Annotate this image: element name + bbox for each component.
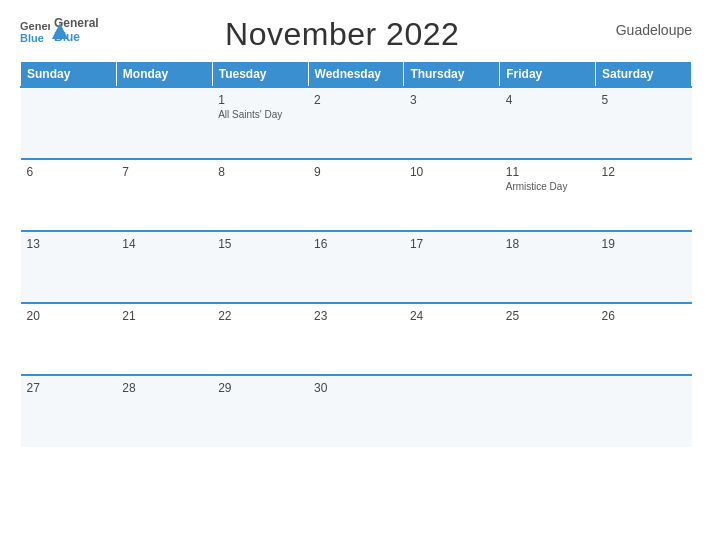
- day-number: 19: [602, 237, 686, 251]
- calendar-table: Sunday Monday Tuesday Wednesday Thursday…: [20, 61, 692, 447]
- calendar-cell: 18: [500, 231, 596, 303]
- calendar-cell: 5: [596, 87, 692, 159]
- calendar-cell: 25: [500, 303, 596, 375]
- day-number: 16: [314, 237, 398, 251]
- day-number: 7: [122, 165, 206, 179]
- calendar-cell: 12: [596, 159, 692, 231]
- day-number: 23: [314, 309, 398, 323]
- calendar-cell: 27: [21, 375, 117, 447]
- day-number: 21: [122, 309, 206, 323]
- calendar-cell: 21: [116, 303, 212, 375]
- day-number: 12: [602, 165, 686, 179]
- calendar-body: 1All Saints' Day234567891011Armistice Da…: [21, 87, 692, 447]
- calendar-cell: 9: [308, 159, 404, 231]
- calendar-cell: 6: [21, 159, 117, 231]
- col-saturday: Saturday: [596, 62, 692, 88]
- day-number: 15: [218, 237, 302, 251]
- calendar-cell: 28: [116, 375, 212, 447]
- col-thursday: Thursday: [404, 62, 500, 88]
- logo-triangle-icon: [51, 22, 69, 40]
- day-number: 1: [218, 93, 302, 107]
- calendar-cell: 7: [116, 159, 212, 231]
- calendar-page: General Blue General Blue November 2022 …: [0, 0, 712, 550]
- day-number: 10: [410, 165, 494, 179]
- day-number: 4: [506, 93, 590, 107]
- calendar-cell: 30: [308, 375, 404, 447]
- title-section: November 2022: [69, 16, 616, 53]
- calendar-cell: [21, 87, 117, 159]
- day-number: 2: [314, 93, 398, 107]
- svg-text:General: General: [20, 20, 50, 32]
- calendar-cell: 20: [21, 303, 117, 375]
- day-number: 3: [410, 93, 494, 107]
- calendar-cell: 4: [500, 87, 596, 159]
- calendar-cell: [596, 375, 692, 447]
- calendar-cell: 17: [404, 231, 500, 303]
- calendar-cell: [500, 375, 596, 447]
- calendar-cell: 29: [212, 375, 308, 447]
- calendar-header: Sunday Monday Tuesday Wednesday Thursday…: [21, 62, 692, 88]
- day-number: 20: [27, 309, 111, 323]
- day-number: 27: [27, 381, 111, 395]
- day-number: 30: [314, 381, 398, 395]
- day-number: 6: [27, 165, 111, 179]
- calendar-cell: 16: [308, 231, 404, 303]
- calendar-week-row: 1All Saints' Day2345: [21, 87, 692, 159]
- day-number: 14: [122, 237, 206, 251]
- calendar-cell: 2: [308, 87, 404, 159]
- calendar-cell: 14: [116, 231, 212, 303]
- calendar-cell: [116, 87, 212, 159]
- header: General Blue General Blue November 2022 …: [20, 16, 692, 53]
- day-number: 29: [218, 381, 302, 395]
- day-number: 24: [410, 309, 494, 323]
- day-number: 18: [506, 237, 590, 251]
- calendar-cell: 19: [596, 231, 692, 303]
- country-label: Guadeloupe: [616, 16, 692, 38]
- day-number: 28: [122, 381, 206, 395]
- calendar-week-row: 67891011Armistice Day12: [21, 159, 692, 231]
- day-number: 25: [506, 309, 590, 323]
- svg-text:Blue: Blue: [20, 32, 44, 44]
- calendar-week-row: 20212223242526: [21, 303, 692, 375]
- calendar-cell: 10: [404, 159, 500, 231]
- calendar-week-row: 27282930: [21, 375, 692, 447]
- day-number: 17: [410, 237, 494, 251]
- col-sunday: Sunday: [21, 62, 117, 88]
- calendar-cell: 13: [21, 231, 117, 303]
- calendar-cell: 3: [404, 87, 500, 159]
- day-number: 11: [506, 165, 590, 179]
- calendar-week-row: 13141516171819: [21, 231, 692, 303]
- logo: General Blue General Blue: [20, 16, 69, 46]
- col-friday: Friday: [500, 62, 596, 88]
- calendar-cell: 15: [212, 231, 308, 303]
- calendar-cell: 23: [308, 303, 404, 375]
- day-number: 5: [602, 93, 686, 107]
- calendar-cell: 1All Saints' Day: [212, 87, 308, 159]
- day-number: 22: [218, 309, 302, 323]
- day-number: 9: [314, 165, 398, 179]
- calendar-cell: 22: [212, 303, 308, 375]
- calendar-cell: 8: [212, 159, 308, 231]
- calendar-cell: 26: [596, 303, 692, 375]
- day-number: 26: [602, 309, 686, 323]
- calendar-cell: 11Armistice Day: [500, 159, 596, 231]
- calendar-cell: 24: [404, 303, 500, 375]
- svg-marker-3: [52, 23, 68, 39]
- col-monday: Monday: [116, 62, 212, 88]
- calendar-title: November 2022: [225, 16, 459, 52]
- day-number: 8: [218, 165, 302, 179]
- calendar-cell: [404, 375, 500, 447]
- day-number: 13: [27, 237, 111, 251]
- holiday-label: Armistice Day: [506, 181, 590, 192]
- col-wednesday: Wednesday: [308, 62, 404, 88]
- days-header-row: Sunday Monday Tuesday Wednesday Thursday…: [21, 62, 692, 88]
- logo-icon: General Blue: [20, 16, 50, 46]
- holiday-label: All Saints' Day: [218, 109, 302, 120]
- col-tuesday: Tuesday: [212, 62, 308, 88]
